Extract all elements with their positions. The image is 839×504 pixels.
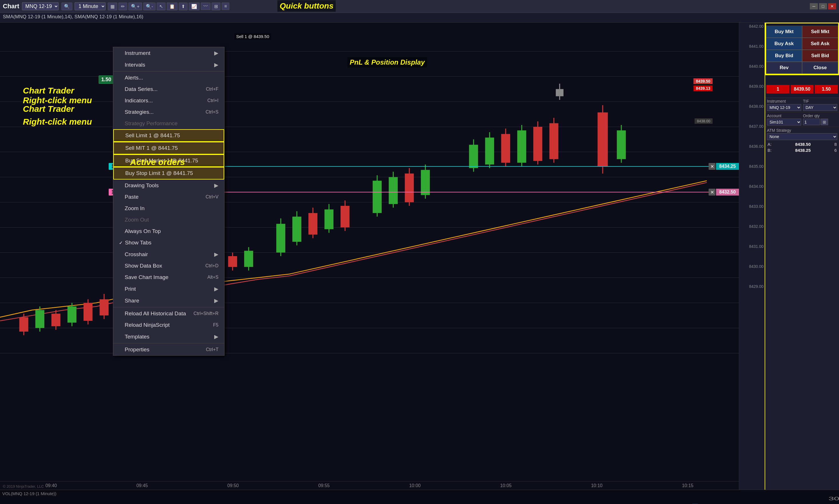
time-09-50: 09:50 [227,483,239,488]
price-scale-label: 8434.00 [749,184,764,189]
volume-area: VOL(MNQ 12-19 (1 Minute)) [0,490,839,504]
cm-label: Show Data Box [125,263,205,269]
cm-item-show-tabs[interactable]: ✓Show Tabs [113,237,224,248]
order-qty-label: Order qty [803,113,837,118]
instrument-select[interactable]: MNQ 12-19 [767,104,801,111]
cm-item-sell-limit-1-@-8441.75[interactable]: Sell Limit 1 @ 8441.75 [113,129,224,142]
draw-btn[interactable]: ✏ [119,3,127,10]
sell-ask-btn[interactable]: Sell Ask [802,38,838,50]
close-btn-panel[interactable]: Close [802,62,838,74]
rev-btn[interactable]: Rev [766,62,802,74]
maximize-btn[interactable]: □ [819,3,827,10]
cm-item-instrument[interactable]: Instrument▶ [113,47,224,59]
cm-shortcut: Ctrl+V [206,194,218,200]
cm-item-properties[interactable]: PropertiesCtrl+T [113,344,224,355]
cm-label: Share [125,298,214,304]
cm-item-print[interactable]: Print▶ [113,283,224,295]
order-qty-input[interactable] [803,119,820,125]
indicator-btn[interactable]: 〰 [201,3,211,10]
cm-label: Zoom In [125,205,218,212]
more-btn[interactable]: ≡ [221,3,229,10]
cm-label: Alerts... [125,75,218,81]
zoom-out-btn[interactable]: 🔍- [143,3,156,10]
close-btn[interactable]: ✕ [828,3,836,10]
cm-label: Intervals [125,62,214,68]
cm-item-save-chart-image[interactable]: Save Chart ImageAlt+S [113,272,224,283]
search-btn[interactable]: 🔍 [61,3,72,10]
order-qty-btn[interactable]: ⊞ [821,119,828,125]
cm-label: Strategy Performance [125,120,218,127]
minimize-btn[interactable]: ─ [810,3,818,10]
tif-label: TIF [803,99,837,104]
cm-item-always-on-top[interactable]: Always On Top [113,226,224,237]
instrument-dropdown[interactable]: MNQ 12-19 [22,2,59,10]
export-btn[interactable]: ⬆ [179,3,188,10]
strategy-btn[interactable]: ⊞ [212,3,220,10]
ladder-a-label: A: [768,142,771,147]
cm-item-templates[interactable]: Templates▶ [113,331,224,342]
cm-item-paste[interactable]: PasteCtrl+V [113,191,224,203]
cm-item-strategies...[interactable]: Strategies...Ctrl+S [113,106,224,118]
cm-item-buy-stop-limit-1-@-8441.75[interactable]: Buy Stop Limit 1 @ 8441.75 [113,167,224,180]
cm-item-crosshair[interactable]: Crosshair▶ [113,248,224,260]
buy-lmt-price: 8434.25 [716,163,739,170]
cm-item-drawing-tools[interactable]: Drawing Tools▶ [113,180,224,191]
cm-item-reload-all-historical-data[interactable]: Reload All Historical DataCtrl+Shift+R [113,308,224,319]
cm-item-zoom-in[interactable]: Zoom In [113,203,224,214]
bar-type-btn[interactable]: ▦ [108,3,117,10]
time-10-05: 10:05 [500,483,512,488]
cm-item-sell-mit-1-@-8441.75[interactable]: Sell MIT 1 @ 8441.75 [113,142,224,155]
cm-label: Paste [125,194,206,200]
cm-shortcut: F5 [213,322,218,328]
cm-item-reload-ninjascript[interactable]: Reload NinjaScriptF5 [113,319,224,331]
cm-label: Reload All Historical Data [125,310,194,317]
ladder-row-a: A: 8438.50 8 [765,141,839,147]
cm-arrow-icon: ▶ [214,50,218,56]
quick-buttons-panel: Buy Mkt Sell Mkt Buy Ask Sell Ask Buy Bi… [765,22,839,75]
cm-item-alerts...[interactable]: Alerts... [113,72,224,84]
sma-bar: SMA(MNQ 12-19 (1 Minute),14), SMA(MNQ 12… [0,13,839,22]
buy-mkt-btn[interactable]: Buy Mkt [766,26,802,38]
cursor-btn[interactable]: ↖ [157,3,165,10]
right-panel: Buy Mkt Sell Mkt Buy Ask Sell Ask Buy Bi… [765,22,839,490]
time-axis: 09:40 09:45 09:50 09:55 10:00 10:05 10:1… [0,481,739,490]
cm-shortcut: Alt+S [207,275,218,280]
cm-item-buy-stop-market-1-@-8441.75[interactable]: Buy Stop Market 1 @ 8441.75 [113,155,224,167]
cm-item-intervals[interactable]: Intervals▶ [113,59,224,71]
window-controls: ─ □ ✕ [810,3,836,10]
cm-item-indicators...[interactable]: Indicators...Ctrl+I [113,95,224,106]
chart-trader-btn[interactable]: 📈 [189,3,200,10]
cm-label: Buy Stop Limit 1 @ 8441.75 [125,170,218,176]
atm-label: ATM Strategy [767,128,837,133]
title-bar: Chart MNQ 12-19 🔍 1 Minute ▦ ✏ 🔍+ 🔍- ↖ 📋… [0,0,839,13]
cm-item-share[interactable]: Share▶ [113,295,224,306]
buy-ask-btn[interactable]: Buy Ask [766,38,802,50]
template-btn[interactable]: 📋 [167,3,178,10]
volume-svg: 300 250 200 150 50 21 0 [0,490,839,504]
atm-select[interactable]: None [767,133,837,140]
sell-stp-line: 1 Sell STP ✕ 8432.50 [0,188,739,196]
cm-shortcut: Ctrl+Shift+R [194,311,218,316]
cm-item-show-data-box[interactable]: Show Data BoxCtrl+D [113,260,224,272]
sell-mkt-btn[interactable]: Sell Mkt [802,26,838,38]
buy-bid-btn[interactable]: Buy Bid [766,50,802,62]
buy-lmt-cancel[interactable]: ✕ [709,163,715,170]
instrument-tif-section: Instrument MNQ 12-19 TIF DAY [765,97,839,112]
sell-stp-cancel[interactable]: ✕ [709,189,715,196]
zoom-in-btn[interactable]: 🔍+ [128,3,142,10]
cm-label: Zoom Out [125,217,218,223]
instrument-tif-row: Instrument MNQ 12-19 TIF DAY [767,99,837,111]
tif-select[interactable]: DAY [803,104,837,111]
price-scale: 8442.008441.008440.008439.008438.008437.… [739,22,765,490]
cm-label: Indicators... [125,97,207,104]
ladder-a-qty: 8 [835,142,837,147]
account-select[interactable]: Sim101 [767,119,801,126]
interval-dropdown[interactable]: 1 Minute [75,2,106,10]
chart-area[interactable]: Sell 1 @ 8439.50 1.50 1 1 Buy LMT ✕ 8434… [0,22,739,490]
cm-item-data-series...[interactable]: Data Series...Ctrl+F [113,84,224,95]
cm-label: Buy Stop Market 1 @ 8441.75 [125,158,218,164]
ladder-section: A: 8438.50 8 B: 8438.25 6 [765,141,839,153]
sell-bid-btn[interactable]: Sell Bid [802,50,838,62]
position-display: 1 8439.50 1.50 [765,84,839,95]
price-label-8438: 8438.00 [695,118,713,124]
